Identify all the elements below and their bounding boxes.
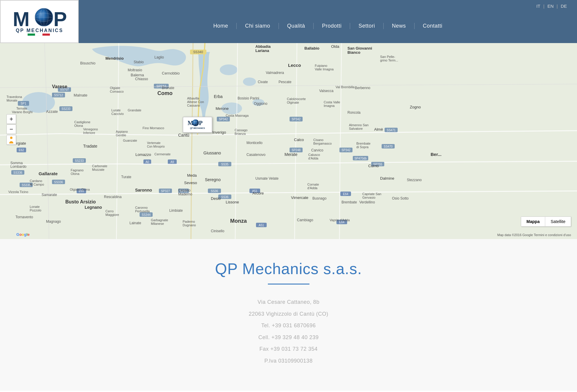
marker-bubble: M P QP MECHANICS: [183, 117, 212, 133]
svg-text:A51: A51: [259, 224, 264, 227]
svg-text:Bosisio Parini: Bosisio Parini: [238, 96, 259, 100]
lang-de[interactable]: DE: [559, 4, 568, 9]
svg-text:Gallarate: Gallarate: [39, 171, 58, 176]
nav-news[interactable]: News: [384, 23, 415, 29]
svg-text:Cardano: Cardano: [30, 179, 42, 183]
map-type-buttons: Mappa Satellite: [521, 216, 571, 227]
map-marker[interactable]: M P QP MECHANICS: [183, 117, 212, 133]
svg-text:Vaprio d'Adda: Vaprio d'Adda: [330, 218, 350, 222]
svg-text:SP470db: SP470db: [354, 157, 367, 160]
svg-text:SP342: SP342: [219, 118, 228, 121]
svg-text:Monticello: Monticello: [246, 141, 263, 145]
svg-text:Lainate: Lainate: [129, 221, 141, 225]
svg-text:San Pelle-: San Pelle-: [380, 55, 395, 59]
svg-rect-8: [28, 34, 35, 36]
svg-text:Val Brembilla: Val Brembilla: [336, 85, 355, 89]
svg-text:Almè: Almè: [374, 127, 383, 132]
svg-text:Dalmine: Dalmine: [380, 176, 394, 181]
svg-text:Erba: Erba: [214, 94, 223, 99]
google-o1: o: [19, 232, 22, 237]
svg-text:Vizzola Ticino: Vizzola Ticino: [8, 190, 28, 194]
svg-text:Malnate: Malnate: [74, 93, 87, 97]
map-type-satellite-button[interactable]: Satellite: [545, 217, 571, 226]
svg-text:Garbagnate: Garbagnate: [151, 218, 168, 222]
svg-text:Bisuschio: Bisuschio: [80, 61, 96, 65]
svg-text:M: M: [13, 8, 29, 30]
svg-text:Cantù: Cantù: [178, 133, 189, 137]
svg-text:Valmadrera: Valmadrera: [266, 71, 284, 75]
svg-text:Merone: Merone: [216, 106, 229, 111]
zoom-in-button[interactable]: +: [7, 114, 16, 124]
svg-text:Gentile: Gentile: [116, 133, 126, 137]
svg-text:SS470: SS470: [384, 145, 393, 148]
nav-contatti[interactable]: Contatti: [415, 23, 451, 29]
svg-text:Costa Valle: Costa Valle: [324, 100, 340, 104]
svg-text:Capriate San: Capriate San: [362, 192, 381, 196]
svg-text:Cornate: Cornate: [307, 183, 319, 186]
svg-text:Fagnano: Fagnano: [71, 168, 83, 172]
lang-it[interactable]: IT: [535, 4, 541, 9]
svg-text:Civate: Civate: [258, 80, 268, 84]
svg-text:Costa Masnaga: Costa Masnaga: [226, 114, 249, 117]
nav-qualita[interactable]: Qualità: [279, 23, 314, 29]
svg-text:SS471: SS471: [387, 129, 396, 132]
svg-point-13: [220, 64, 238, 75]
svg-text:Oggiono: Oggiono: [254, 102, 268, 106]
svg-text:SS233: SS233: [61, 107, 70, 110]
address-line: Via Cesare Cattaneo, 8b: [6, 296, 571, 308]
svg-text:Calusco: Calusco: [308, 153, 320, 157]
logo-svg: M P QP MECHANICS: [10, 5, 69, 37]
svg-text:Legnano: Legnano: [85, 205, 102, 210]
svg-text:Milanese: Milanese: [151, 222, 164, 225]
svg-text:Fuipiano: Fuipiano: [315, 64, 327, 67]
logo: M P QP MECHANICS: [10, 5, 69, 39]
svg-text:Cassago: Cassago: [235, 128, 247, 132]
lang-sep-2: |: [557, 4, 558, 9]
svg-text:Verdellino: Verdellino: [359, 200, 375, 204]
svg-text:Abbadia: Abbadia: [255, 44, 271, 49]
svg-text:Casatenovo: Casatenovo: [246, 153, 265, 157]
main-nav: Home Chi siamo Qualità Prodotti Settori …: [79, 23, 577, 29]
svg-text:Dugnano: Dugnano: [183, 223, 196, 227]
svg-text:Seveso: Seveso: [184, 181, 197, 185]
svg-text:Zogno: Zogno: [410, 105, 421, 109]
svg-text:Lomazzo: Lomazzo: [135, 152, 151, 157]
svg-text:SP248: SP248: [292, 148, 301, 152]
map-background: SS340 SP583 SP1 SS712 SS707 SS233 A0 A9 …: [0, 43, 577, 239]
nav-prodotti[interactable]: Prodotti: [314, 23, 350, 29]
svg-text:SP327: SP327: [161, 189, 170, 193]
lang-sep-1: |: [543, 4, 545, 9]
svg-text:Busto Arsizio: Busto Arsizio: [65, 199, 96, 204]
svg-text:Ber...: Ber...: [431, 152, 442, 157]
street-view-button[interactable]: [7, 135, 16, 145]
svg-text:Varese: Varese: [52, 84, 67, 89]
svg-text:Olona: Olona: [71, 172, 80, 176]
svg-text:SP342: SP342: [292, 118, 301, 121]
svg-text:SP1: SP1: [21, 102, 26, 105]
svg-text:Limbiate: Limbiate: [169, 208, 183, 213]
svg-text:Bianco: Bianco: [347, 50, 360, 55]
svg-text:Maggiore: Maggiore: [105, 213, 119, 216]
map-type-map-button[interactable]: Mappa: [521, 217, 545, 226]
svg-text:Con Minoprio: Con Minoprio: [147, 145, 165, 148]
svg-text:d'Adda: d'Adda: [308, 157, 319, 160]
svg-text:Mozzate: Mozzate: [92, 168, 105, 171]
footer-divider: [268, 284, 309, 284]
nav-settori[interactable]: Settori: [350, 23, 384, 29]
svg-text:QP MECHANICS: QP MECHANICS: [15, 28, 63, 33]
svg-text:Samarate: Samarate: [42, 193, 57, 197]
svg-text:Cermenate: Cermenate: [154, 152, 170, 156]
logo-box[interactable]: M P QP MECHANICS: [0, 0, 79, 43]
nav-chi-siamo[interactable]: Chi siamo: [237, 23, 279, 29]
svg-text:Gervasio: Gervasio: [362, 196, 375, 199]
zoom-out-button[interactable]: −: [7, 124, 16, 134]
svg-text:Olginate: Olginate: [287, 101, 299, 104]
google-logo: Google: [16, 232, 30, 237]
lang-en[interactable]: EN: [546, 4, 555, 9]
svg-text:Berbenno: Berbenno: [355, 86, 370, 90]
map-footer-text: Map data ©2016 Google Termini e condizio…: [497, 233, 571, 237]
svg-text:SS36: SS36: [211, 189, 218, 193]
svg-text:Merate: Merate: [284, 152, 298, 157]
nav-home[interactable]: Home: [205, 23, 237, 29]
svg-text:Calolziocorte: Calolziocorte: [287, 97, 306, 101]
